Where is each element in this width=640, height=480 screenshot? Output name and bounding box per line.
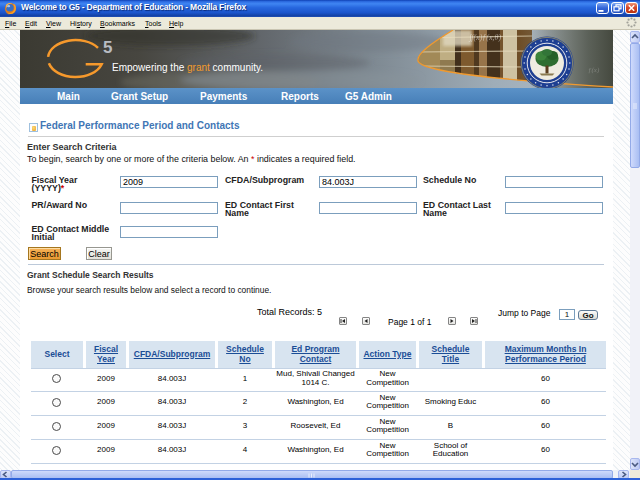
svg-text:5: 5	[103, 38, 112, 57]
svg-text:ƒ(x): ƒ(x)	[588, 66, 600, 74]
svg-text:∫f(x)ƒ(x,θ): ∫f(x)ƒ(x,θ)	[468, 33, 501, 42]
svg-text:Empowering the grant community: Empowering the grant community.	[112, 62, 263, 73]
